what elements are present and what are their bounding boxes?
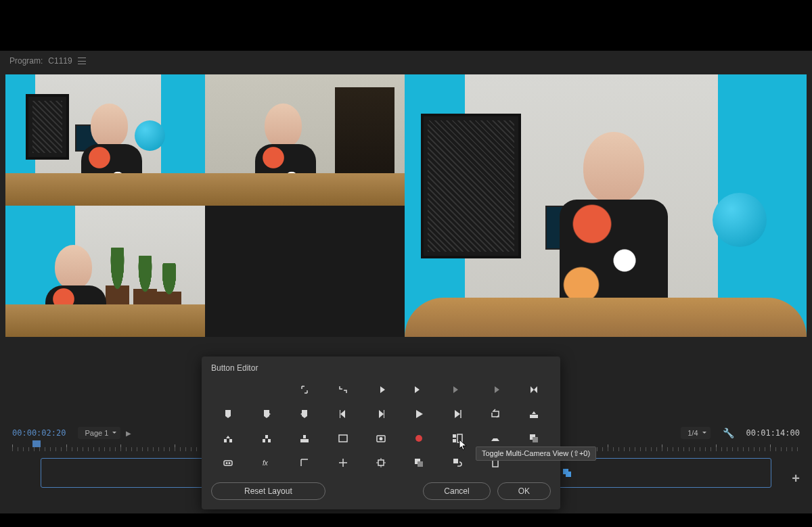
- playhead[interactable]: [32, 440, 41, 447]
- svg-point-27: [415, 435, 422, 442]
- add-marker-button[interactable]: [211, 404, 245, 424]
- svg-rect-39: [418, 461, 423, 467]
- page-selector[interactable]: Page 1: [78, 427, 120, 439]
- popup-button-row: Reset Layout Cancel OK: [211, 482, 551, 500]
- page-selector-label: Page 1: [85, 429, 108, 437]
- guides-button[interactable]: [325, 453, 359, 473]
- svg-rect-20: [268, 439, 271, 442]
- transparency-button[interactable]: [402, 453, 436, 473]
- svg-rect-28: [453, 434, 456, 438]
- clear-in-out-button[interactable]: [517, 380, 551, 400]
- go-to-in-button[interactable]: [364, 380, 398, 400]
- svg-rect-33: [224, 461, 232, 465]
- panel-sequence-name: C1119: [48, 56, 72, 66]
- cancel-button[interactable]: Cancel: [423, 482, 490, 500]
- go-prev-marker-button[interactable]: [249, 404, 283, 424]
- ok-button[interactable]: OK: [497, 482, 551, 500]
- svg-rect-16: [530, 415, 538, 418]
- popup-title: Button Editor: [211, 363, 551, 373]
- overwrite-button[interactable]: [288, 428, 321, 449]
- resolution-label: 1/4: [687, 429, 698, 437]
- duration-timecode: 00:01:14:00: [746, 428, 800, 438]
- camera-angle-3[interactable]: [5, 206, 205, 337]
- svg-rect-17: [224, 439, 227, 442]
- svg-rect-24: [339, 435, 347, 442]
- svg-rect-22: [300, 439, 309, 442]
- lift-button[interactable]: [517, 404, 551, 424]
- mark-in-button[interactable]: [211, 380, 245, 400]
- play-in-out-button[interactable]: [441, 404, 474, 424]
- add-button-icon[interactable]: +: [792, 471, 800, 486]
- svg-text:fx: fx: [263, 459, 269, 467]
- loop-button[interactable]: [478, 404, 512, 424]
- svg-rect-32: [533, 437, 538, 442]
- panel-menu-icon[interactable]: [78, 58, 86, 64]
- panel-header: Program: C1119: [0, 51, 812, 71]
- panel-title-prefix: Program:: [9, 56, 43, 66]
- resolution-selector[interactable]: 1/4: [681, 427, 710, 439]
- vr-toggle-button[interactable]: [211, 453, 245, 473]
- play-button[interactable]: [402, 404, 436, 424]
- proxy-button[interactable]: [478, 428, 512, 449]
- comparison-button[interactable]: [517, 428, 551, 449]
- step-fwd-button[interactable]: [364, 404, 398, 424]
- mark-clip-button[interactable]: [288, 380, 321, 400]
- step-back-button[interactable]: [325, 404, 359, 424]
- safe-margins-button[interactable]: [325, 428, 359, 449]
- camera-angle-1[interactable]: [5, 74, 205, 206]
- program-output[interactable]: [405, 74, 807, 337]
- go-to-out-button[interactable]: [402, 380, 436, 400]
- clear-out-button[interactable]: [478, 380, 512, 400]
- svg-rect-21: [265, 435, 268, 438]
- svg-rect-19: [263, 439, 265, 442]
- program-monitor-viewer[interactable]: [5, 74, 807, 337]
- camera-angle-4[interactable]: [205, 206, 405, 337]
- current-timecode[interactable]: 00:00:02:20: [12, 428, 66, 438]
- svg-rect-30: [457, 434, 462, 442]
- svg-rect-37: [378, 460, 384, 465]
- camera-angle-2[interactable]: [205, 74, 405, 206]
- export-frame-button[interactable]: [364, 428, 398, 449]
- multicam-tooltip: Toggle Multi-Camera View (⇧+0): [476, 446, 596, 461]
- button-editor-popup: Button Editor: [202, 357, 560, 509]
- record-button[interactable]: [402, 428, 436, 449]
- multicam-grid: [5, 74, 405, 337]
- svg-point-34: [226, 462, 228, 464]
- svg-rect-23: [303, 435, 306, 438]
- svg-rect-18: [229, 439, 232, 442]
- settings-wrench-icon[interactable]: 🔧: [723, 428, 734, 438]
- ruler-button[interactable]: [288, 453, 321, 473]
- svg-point-35: [229, 462, 231, 464]
- svg-rect-40: [453, 459, 458, 463]
- attach-button[interactable]: [441, 453, 474, 473]
- program-monitor-workspace: Program: C1119: [0, 51, 812, 513]
- snap-guides-button[interactable]: [364, 453, 398, 473]
- insert-button[interactable]: [249, 428, 283, 449]
- next-page-arrow-icon[interactable]: ▶: [126, 430, 131, 437]
- svg-rect-12: [566, 472, 571, 477]
- svg-point-26: [379, 437, 382, 440]
- mark-selection-button[interactable]: [325, 380, 359, 400]
- mark-out-button[interactable]: [249, 380, 283, 400]
- clear-in-button[interactable]: [441, 380, 474, 400]
- go-next-marker-button[interactable]: [288, 404, 321, 424]
- fx-mute-button[interactable]: fx: [249, 453, 283, 473]
- reset-layout-button[interactable]: Reset Layout: [211, 482, 325, 500]
- comparison-view-icon[interactable]: [561, 467, 573, 479]
- multicam-view-button[interactable]: [441, 428, 474, 449]
- svg-rect-29: [453, 439, 456, 442]
- extract-button[interactable]: [211, 428, 245, 449]
